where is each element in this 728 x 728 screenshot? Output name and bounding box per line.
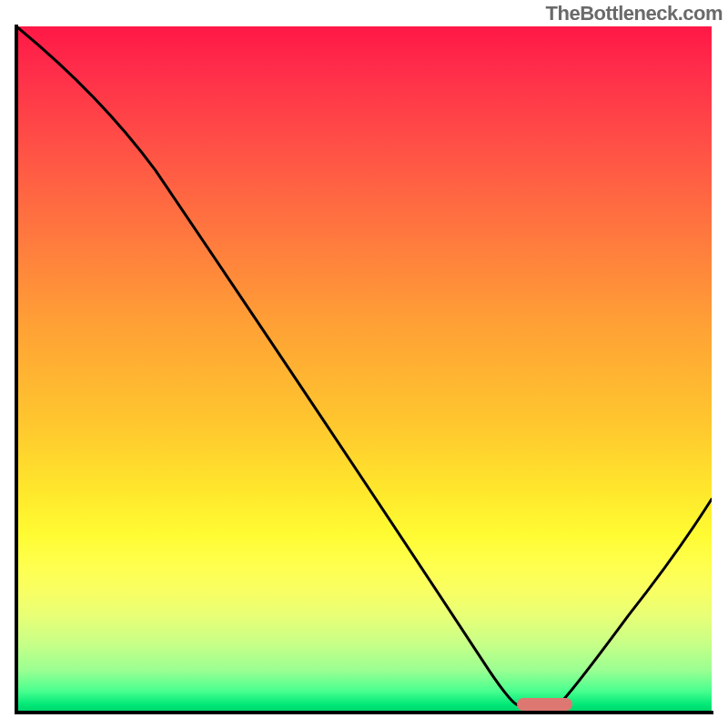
y-axis bbox=[15, 25, 18, 713]
optimal-range-marker bbox=[517, 698, 572, 711]
x-axis bbox=[15, 711, 713, 714]
watermark-text: TheBottleneck.com bbox=[546, 2, 723, 25]
chart-line bbox=[16, 26, 712, 712]
chart-plot-area bbox=[16, 26, 712, 712]
